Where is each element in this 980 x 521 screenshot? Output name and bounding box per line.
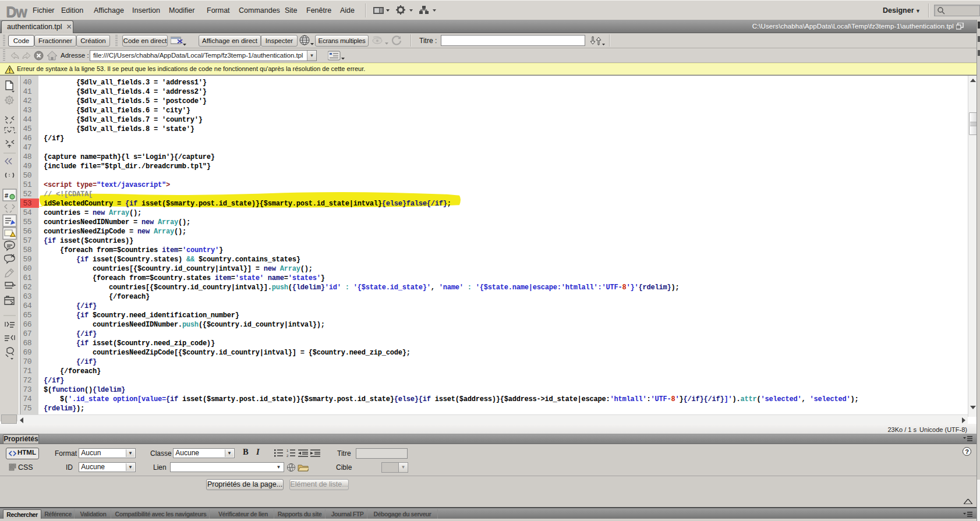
svg-text:2: 2 — [286, 454, 289, 457]
svg-text:1: 1 — [286, 449, 289, 452]
svg-text:#: # — [5, 192, 8, 199]
